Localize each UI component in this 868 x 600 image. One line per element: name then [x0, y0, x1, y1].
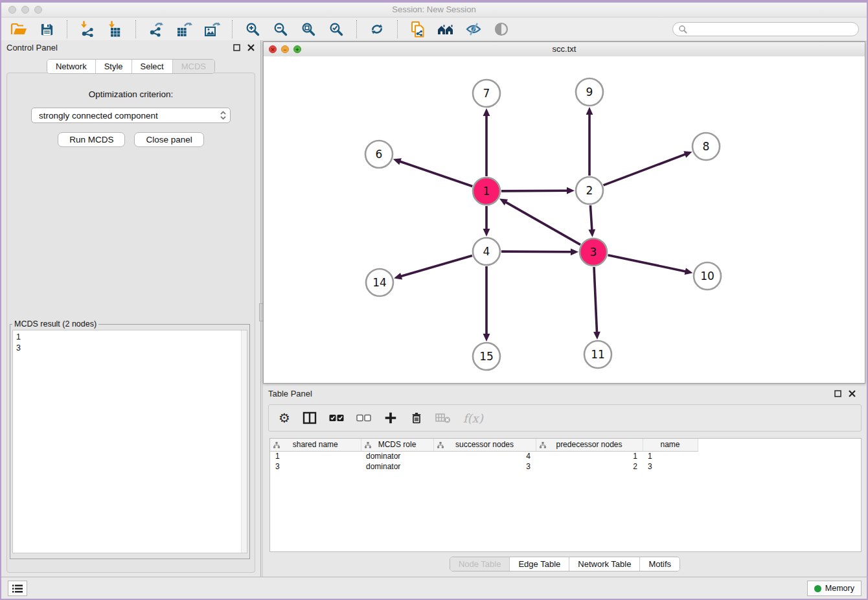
table-cell[interactable]: 3	[433, 461, 536, 472]
tab-select[interactable]: Select	[132, 60, 173, 73]
add-row-button[interactable]	[383, 411, 398, 425]
app-zoom-button[interactable]	[34, 6, 42, 14]
graph-edge[interactable]	[505, 202, 580, 244]
column-header-MCDS-role[interactable]: MCDS role	[361, 439, 433, 451]
mcds-result-legend: MCDS result (2 nodes)	[12, 319, 98, 329]
deselect-all-button[interactable]	[356, 414, 371, 422]
search-field[interactable]	[672, 22, 859, 36]
table-cell[interactable]: 1	[270, 451, 361, 461]
graph-edge[interactable]	[594, 267, 597, 333]
float-panel-icon[interactable]	[233, 44, 240, 51]
network-window: ✕ − + scc.txt 1234678910111415	[263, 41, 865, 384]
refresh-layout-button[interactable]	[367, 20, 387, 38]
graph-edge[interactable]	[399, 161, 472, 187]
app-window: Session: New Session	[1, 3, 867, 599]
graph-edge[interactable]	[501, 251, 572, 252]
home-button[interactable]	[436, 20, 455, 38]
close-panel-icon[interactable]	[247, 44, 255, 51]
tab-node-table[interactable]: Node Table	[450, 557, 510, 571]
clone-network-button[interactable]	[408, 20, 428, 38]
table-cell[interactable]: 3	[643, 461, 698, 472]
graph-node-label: 14	[372, 276, 387, 289]
table-cell[interactable]: 4	[433, 451, 536, 461]
delete-column-button[interactable]	[435, 412, 451, 424]
table-cell[interactable]: 3	[270, 461, 361, 472]
control-panel-title: Control Panel	[1, 40, 260, 56]
mcds-result-text[interactable]: 13	[12, 330, 247, 553]
app-minimize-button[interactable]	[21, 6, 29, 14]
float-panel-icon[interactable]	[834, 390, 841, 397]
table-cell[interactable]: dominator	[361, 451, 433, 461]
table-row[interactable]: 3dominator323	[270, 461, 708, 472]
tab-network-table[interactable]: Network Table	[569, 557, 640, 571]
tab-motifs[interactable]: Motifs	[640, 557, 680, 571]
table-panel-title: Table Panel	[263, 386, 867, 402]
open-session-button[interactable]	[9, 20, 29, 38]
column-header-predecessor-nodes[interactable]: predecessor nodes	[536, 439, 643, 451]
table-toolbar: ⚙ f(x)	[268, 404, 862, 432]
graph-edge-arrowhead	[683, 151, 692, 157]
import-table-button[interactable]	[106, 20, 125, 38]
graph-edge[interactable]	[400, 255, 472, 276]
import-network-button[interactable]	[78, 20, 97, 38]
close-panel-button[interactable]: Close panel	[134, 132, 203, 147]
show-columns-button[interactable]	[303, 411, 317, 424]
zoom-selected-button[interactable]	[326, 20, 346, 38]
tab-style[interactable]: Style	[96, 60, 132, 73]
show-hide-graphics-button[interactable]	[464, 20, 483, 38]
network-zoom-button[interactable]: +	[293, 45, 301, 53]
export-table-button[interactable]	[174, 20, 194, 38]
tab-network[interactable]: Network	[47, 60, 96, 73]
tab-mcds[interactable]: MCDS	[173, 60, 214, 73]
close-panel-icon[interactable]	[849, 390, 856, 397]
function-builder-button[interactable]: f(x)	[463, 411, 483, 425]
graph-node-label: 1	[483, 185, 490, 198]
run-mcds-button[interactable]: Run MCDS	[58, 132, 125, 147]
network-graph[interactable]: 1234678910111415	[264, 56, 865, 383]
table-cell[interactable]: 1	[536, 451, 643, 461]
graph-node-label: 15	[479, 350, 494, 363]
network-close-button[interactable]: ✕	[269, 45, 277, 53]
mcds-result-group: MCDS result (2 nodes) 13	[10, 319, 250, 559]
optimization-criterion-select[interactable]: strongly connected component	[31, 108, 231, 123]
zoom-out-button[interactable]	[271, 20, 290, 38]
birds-eye-view-button[interactable]	[492, 20, 511, 38]
search-input[interactable]	[691, 24, 853, 34]
table-cell[interactable]: 2	[536, 461, 643, 472]
table-panel-tabs: Node TableEdge TableNetwork TableMotifs	[263, 557, 867, 571]
export-image-button[interactable]	[202, 20, 222, 38]
table-row[interactable]: 1dominator411	[270, 451, 708, 461]
network-window-titlebar[interactable]: ✕ − + scc.txt	[264, 42, 865, 57]
graph-edge[interactable]	[608, 255, 687, 271]
column-header-shared-name[interactable]: shared name	[270, 439, 361, 451]
node-table[interactable]: shared nameMCDS rolesuccessor nodesprede…	[269, 438, 862, 552]
tab-edge-table[interactable]: Edge Table	[510, 557, 569, 571]
graph-edge[interactable]	[590, 205, 591, 231]
memory-status-icon	[814, 585, 821, 592]
zoom-in-button[interactable]	[243, 20, 262, 38]
select-all-button[interactable]	[329, 414, 344, 422]
save-session-button[interactable]	[37, 20, 56, 38]
network-minimize-button[interactable]: −	[281, 45, 289, 53]
network-window-title: scc.txt	[264, 42, 865, 56]
export-network-button[interactable]	[146, 20, 166, 38]
table-panel: Table Panel ⚙ f(x) shared nameMCDS roles…	[263, 386, 867, 577]
app-close-button[interactable]	[8, 6, 16, 14]
table-cell[interactable]: 1	[643, 451, 698, 461]
graph-edge-arrowhead	[685, 268, 693, 275]
task-history-button[interactable]	[8, 581, 27, 596]
graph-edge-arrowhead	[586, 107, 593, 115]
zoom-fit-button[interactable]	[299, 20, 318, 38]
graph-edge-arrowhead	[394, 273, 402, 279]
delete-row-button[interactable]	[410, 411, 423, 425]
column-header-successor-nodes[interactable]: successor nodes	[433, 439, 536, 451]
column-header-name[interactable]: name	[643, 439, 698, 451]
result-scrollbar[interactable]	[241, 330, 247, 553]
memory-button[interactable]: Memory	[807, 581, 862, 596]
graph-edge[interactable]	[501, 190, 568, 191]
graph-edge[interactable]	[604, 154, 687, 185]
network-canvas[interactable]: 1234678910111415	[264, 56, 865, 383]
table-settings-button[interactable]: ⚙	[279, 411, 290, 424]
table-cell[interactable]: dominator	[361, 461, 433, 472]
app-title: Session: New Session	[1, 3, 867, 17]
